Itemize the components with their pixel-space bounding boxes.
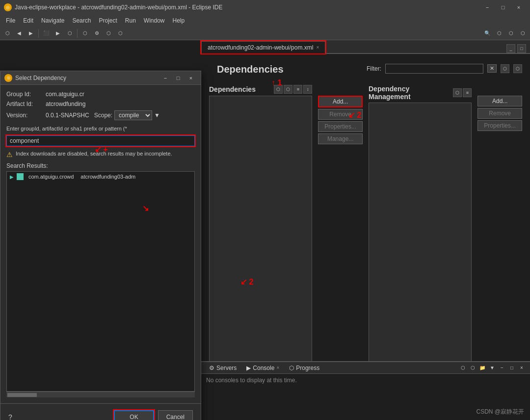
- warning-text: Index downloads are disabled, search res…: [16, 150, 172, 158]
- filter-label: Filter:: [367, 65, 381, 72]
- filter-tool-1[interactable]: ⬡: [501, 64, 509, 73]
- artifact-id-label: Artifact Id:: [6, 101, 46, 107]
- tab-label: atcrowdfunding02-admin-webui/pom.xml: [208, 44, 313, 51]
- scroll-thumb[interactable]: [7, 393, 37, 397]
- toolbar-btn-8[interactable]: ⚙: [91, 28, 102, 39]
- pom-tab[interactable]: atcrowdfunding02-admin-webui/pom.xml ×: [201, 41, 325, 53]
- window-title: Java-eclipse-workplace - atcrowdfunding0…: [15, 4, 480, 11]
- remove-button[interactable]: Remove: [318, 109, 363, 120]
- editor-max-btn[interactable]: □: [517, 44, 526, 53]
- deps-tool-col2[interactable]: ⬡: [284, 85, 292, 94]
- footer-buttons: OK Cancel: [114, 410, 193, 420]
- search-input[interactable]: [6, 135, 195, 146]
- warning-icon: ⚠: [6, 151, 13, 158]
- manage-button[interactable]: Manage...: [318, 133, 363, 144]
- deps-tool-col4[interactable]: ↕: [303, 85, 312, 94]
- version-label: Version:: [6, 112, 46, 119]
- result-item-1[interactable]: ▶ com.atguigu.crowd atcrowdfunding03-adm: [7, 172, 194, 182]
- version-row: Version: 0.0.1-SNAPSHC Scope: compile pr…: [6, 110, 195, 120]
- toolbar-more[interactable]: ⬡: [517, 28, 528, 39]
- menu-project[interactable]: Project: [95, 15, 121, 26]
- menu-navigate[interactable]: Navigate: [37, 15, 68, 26]
- toolbar-settings[interactable]: ⬡: [494, 28, 504, 39]
- menu-bar: File Edit Navigate Search Project Run Wi…: [0, 15, 530, 26]
- bp-tool-2[interactable]: ⬡: [468, 364, 477, 372]
- progress-tab[interactable]: ⬡ Progress: [285, 364, 323, 372]
- toolbar-btn-4[interactable]: ⬛: [41, 28, 52, 39]
- servers-tab[interactable]: ⚙ Servers: [205, 364, 240, 372]
- close-button[interactable]: ×: [511, 0, 526, 15]
- dialog-close[interactable]: ×: [185, 72, 197, 84]
- bp-tool-4[interactable]: ▼: [488, 364, 497, 372]
- filter-clear-button[interactable]: ✕: [487, 64, 497, 73]
- bp-tool-6[interactable]: □: [507, 364, 516, 372]
- dependencies-section: Dependencies ⬡ ⬡ ≡ ↕: [209, 85, 312, 392]
- window-controls[interactable]: − □ ×: [480, 0, 526, 15]
- toolbar-layout[interactable]: ⬡: [505, 28, 516, 39]
- filter-tool-2[interactable]: ⬡: [513, 64, 522, 73]
- ok-button[interactable]: OK: [114, 410, 154, 420]
- deps-area: Dependencies ⬡ ⬡ ≡ ↕ Add...: [201, 81, 530, 396]
- bp-close-panel[interactable]: ×: [517, 364, 526, 372]
- toolbar-btn-6[interactable]: ⬡: [64, 28, 75, 39]
- result-expand-icon: ▶: [10, 174, 14, 180]
- bp-tool-1[interactable]: ⬡: [458, 364, 467, 372]
- dialog-title: Select Dependency: [15, 75, 159, 81]
- maximize-button[interactable]: □: [496, 0, 510, 15]
- scope-select[interactable]: compile provided runtime test system imp…: [114, 110, 152, 120]
- toolbar-sep-1: [38, 29, 39, 38]
- scope-label: Scope:: [94, 112, 112, 119]
- dep-mgmt-list: [369, 103, 472, 392]
- mgmt-tool-col1[interactable]: ⬡: [453, 88, 462, 97]
- dialog-restore[interactable]: □: [172, 72, 184, 84]
- help-icon[interactable]: ?: [8, 413, 12, 420]
- properties-button[interactable]: Properties...: [318, 121, 363, 132]
- bp-tool-3[interactable]: 📁: [478, 364, 487, 372]
- filter-input[interactable]: [385, 64, 483, 74]
- servers-label: Servers: [216, 365, 237, 371]
- toolbar-btn-9[interactable]: ⬡: [103, 28, 114, 39]
- toolbar-btn-7[interactable]: ⬡: [80, 28, 90, 39]
- console-close-icon[interactable]: ×: [276, 365, 279, 370]
- dialog-minimize[interactable]: −: [159, 72, 171, 84]
- search-instruction-text: Enter groupId, artifactId or sha1 prefix…: [6, 126, 127, 131]
- search-icon[interactable]: 🔍: [482, 28, 493, 39]
- dep-mgmt-buttons: Add... Remove Properties...: [477, 96, 522, 392]
- deps-tool-col1[interactable]: ⬡: [274, 85, 283, 94]
- toolbar-btn-5[interactable]: ▶: [53, 28, 63, 39]
- menu-help[interactable]: Help: [169, 15, 189, 26]
- menu-edit[interactable]: Edit: [19, 15, 37, 26]
- menu-file[interactable]: File: [2, 15, 19, 26]
- bp-tool-5[interactable]: −: [498, 364, 506, 372]
- toolbar-btn-1[interactable]: ⬡: [2, 28, 13, 39]
- group-id-value: com.atguigu.cr: [46, 91, 84, 98]
- toolbar-btn-10[interactable]: ⬡: [115, 28, 126, 39]
- bottom-panel-tabs: ⚙ Servers ▶ Console × ⬡ Progress ⬡ ⬡ 📁 ▼…: [201, 362, 530, 374]
- artifact-id-value: atcrowdfunding: [46, 101, 85, 107]
- tab-close-icon[interactable]: ×: [316, 45, 319, 50]
- toolbar-btn-2[interactable]: ◀: [14, 28, 25, 39]
- minimize-button[interactable]: −: [480, 0, 495, 15]
- menu-run[interactable]: Run: [121, 15, 140, 26]
- cancel-button[interactable]: Cancel: [158, 410, 193, 420]
- menu-window[interactable]: Window: [140, 15, 169, 26]
- no-consoles-text: No consoles to display at this time.: [206, 377, 297, 384]
- horizontal-scrollbar[interactable]: [6, 392, 195, 397]
- mgmt-add-button[interactable]: Add...: [477, 96, 522, 106]
- dep-mgmt-section: Dependency Management ⬡ ≡: [369, 85, 472, 392]
- toolbar-btn-3[interactable]: ▶: [26, 28, 36, 39]
- mgmt-tool-col2[interactable]: ≡: [463, 88, 472, 97]
- add-button[interactable]: Add...: [318, 96, 363, 107]
- deps-tool-col3[interactable]: ≡: [293, 85, 302, 94]
- mgmt-properties-button[interactable]: Properties...: [477, 120, 522, 131]
- mgmt-remove-button[interactable]: Remove: [477, 108, 522, 119]
- group-id-row: Group Id: com.atguigu.cr: [6, 91, 195, 98]
- console-tab[interactable]: ▶ Console ×: [242, 364, 283, 372]
- menu-search[interactable]: Search: [68, 15, 95, 26]
- warning-box: ⚠ Index downloads are disabled, search r…: [6, 150, 195, 158]
- artifact-id-row: Artifact Id: atcrowdfunding: [6, 101, 195, 107]
- console-icon: ▶: [246, 365, 251, 371]
- dialog-controls[interactable]: − □ ×: [159, 72, 197, 84]
- editor-min-btn[interactable]: _: [506, 44, 515, 53]
- console-label: Console: [253, 365, 274, 371]
